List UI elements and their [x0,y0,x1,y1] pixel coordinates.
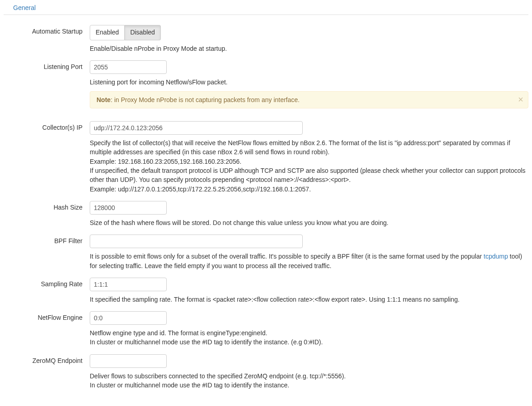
label-automatic-startup: Automatic Startup [4,25,90,53]
field-hash: Size of the hash where flows will be sto… [90,201,528,227]
note-label: Note [97,96,111,103]
field-listening-port: Listening port for incoming Netflow/sFlo… [90,60,528,108]
tab-general[interactable]: General [7,0,42,15]
row-sampling: Sampling Rate It specified the sampling … [4,278,528,304]
label-engine: NetFlow Engine [4,311,90,347]
label-sampling: Sampling Rate [4,278,90,304]
help-collectors-1: Specify the list of collector(s) that wi… [90,139,510,156]
field-automatic-startup: Enabled Disabled Enable/Disable nProbe i… [90,25,528,53]
help-zmq-1: Deliver flows to subscribers connected t… [90,372,346,380]
field-sampling: It specified the sampling rate. The form… [90,278,528,304]
field-collectors: Specify the list of collector(s) that wi… [90,121,528,194]
help-bpf: It is possible to emit flows only for a … [90,252,528,270]
field-zmq: Deliver flows to subscribers connected t… [90,354,528,390]
help-bpf-pre: It is possible to emit flows only for a … [90,253,484,260]
help-automatic-startup: Enable/Disable nProbe in Proxy Mode at s… [90,44,528,53]
startup-enabled-button[interactable]: Enabled [90,25,125,40]
field-engine: Netflow engine type and id. The format i… [90,311,528,347]
help-collectors-2: Example: 192.168.160.23:2055,192.168.160… [90,158,242,165]
label-hash: Hash Size [4,201,90,227]
row-engine: NetFlow Engine Netflow engine type and i… [4,311,528,347]
page-container: General Automatic Startup Enabled Disabl… [0,0,532,390]
help-sampling: It specified the sampling rate. The form… [90,295,528,304]
note-text: : in Proxy Mode nProbe is not capturing … [111,96,300,103]
help-engine-1: Netflow engine type and id. The format i… [90,329,267,337]
row-zmq: ZeroMQ Endpoint Deliver flows to subscri… [4,354,528,390]
row-listening-port: Listening Port Listening port for incomi… [4,60,528,108]
listening-port-input[interactable] [90,60,167,74]
help-collectors: Specify the list of collector(s) that wi… [90,138,528,194]
engine-input[interactable] [90,311,167,325]
close-icon[interactable]: × [518,94,523,105]
help-engine-2: In cluster or multichannel mode use the … [90,338,323,346]
row-automatic-startup: Automatic Startup Enabled Disabled Enabl… [4,25,528,53]
zmq-input[interactable] [90,354,167,368]
label-listening-port: Listening Port [4,60,90,108]
row-bpf: BPF Filter It is possible to emit flows … [4,235,528,270]
tab-bar: General [4,0,528,15]
startup-disabled-button[interactable]: Disabled [125,25,160,40]
tcpdump-link[interactable]: tcpdump [484,253,508,260]
label-zmq: ZeroMQ Endpoint [4,354,90,390]
help-zmq-2: In cluster or multichannel mode use the … [90,382,289,389]
bpf-input[interactable] [90,235,303,248]
field-bpf: It is possible to emit flows only for a … [90,235,528,270]
label-bpf: BPF Filter [4,235,90,270]
row-hash: Hash Size Size of the hash where flows w… [4,201,528,227]
help-engine: Netflow engine type and id. The format i… [90,328,528,347]
help-hash: Size of the hash where flows will be sto… [90,218,528,227]
sampling-input[interactable] [90,278,167,291]
help-zmq: Deliver flows to subscribers connected t… [90,372,528,390]
row-collectors: Collector(s) IP Specify the list of coll… [4,121,528,194]
collectors-input[interactable] [90,121,303,135]
label-collectors: Collector(s) IP [4,121,90,194]
help-listening-port: Listening port for incoming Netflow/sFlo… [90,78,528,87]
help-collectors-3: If unspecified, the default transport pr… [90,167,526,183]
startup-toggle: Enabled Disabled [90,25,161,40]
form-area: Automatic Startup Enabled Disabled Enabl… [4,15,528,390]
help-collectors-4: Example: udp://127.0.0.1:2055,tcp://172.… [90,186,311,193]
note-alert: Note: in Proxy Mode nProbe is not captur… [90,91,528,108]
hash-input[interactable] [90,201,167,215]
